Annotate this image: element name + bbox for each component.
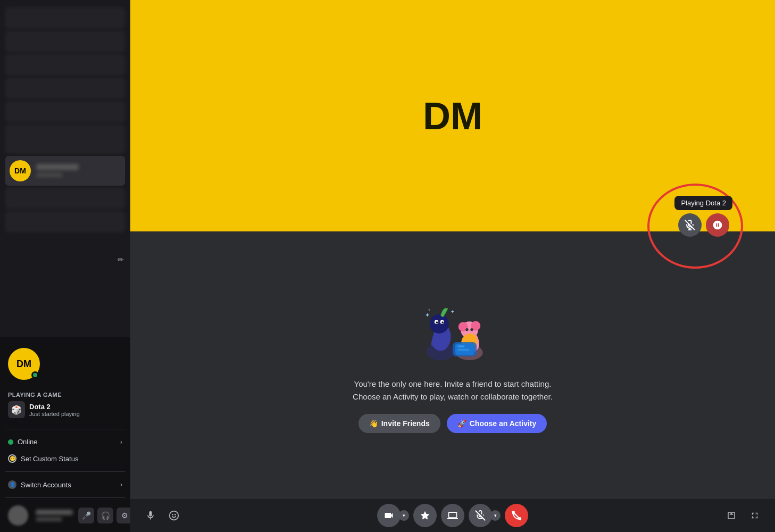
dm-avatar: DM bbox=[10, 160, 31, 181]
custom-status-icon: 😶 bbox=[8, 454, 16, 463]
sidebar-item bbox=[5, 124, 125, 154]
action-active-btn[interactable] bbox=[706, 213, 729, 237]
user-avatar-large: DM bbox=[8, 348, 40, 380]
game-row: 🎲 Dota 2 Just started playing bbox=[8, 401, 122, 418]
account-icon: 👤 bbox=[8, 480, 16, 489]
noise-cancellation-btn[interactable] bbox=[141, 506, 160, 525]
choose-activity-button[interactable]: 🚀 Choose an Activity bbox=[447, 414, 547, 433]
sidebar-item-name bbox=[36, 164, 79, 170]
svg-point-7 bbox=[436, 321, 438, 323]
camera-group: ▾ bbox=[377, 504, 409, 527]
sidebar-item-sub bbox=[36, 172, 63, 178]
sidebar-item bbox=[5, 188, 125, 209]
chevron-right-icon: › bbox=[120, 438, 122, 446]
bottom-toolbar: ▾ ▾ bbox=[130, 499, 775, 532]
sidebar-item bbox=[5, 78, 125, 99]
friends-illustration: ✦ ✦ ✧ bbox=[405, 298, 501, 367]
switch-accounts-row[interactable]: 👤 Switch Accounts › bbox=[5, 476, 125, 493]
online-status-dot bbox=[31, 371, 39, 379]
main-content: DM Playing Dota 2 bbox=[130, 0, 775, 532]
emoji-btn[interactable] bbox=[164, 506, 184, 525]
sidebar-item bbox=[5, 211, 125, 232]
sidebar-item bbox=[5, 101, 125, 122]
switch-left: 👤 Switch Accounts bbox=[8, 480, 71, 489]
svg-point-8 bbox=[441, 321, 444, 323]
svg-point-23 bbox=[172, 514, 173, 516]
sidebar-top: DM bbox=[0, 0, 130, 337]
playing-game-section: Playing a game 🎲 Dota 2 Just started pla… bbox=[5, 388, 125, 425]
chat-area: ✦ ✦ ✧ You're the only o bbox=[130, 231, 775, 499]
custom-status-row[interactable]: 😶 Set Custom Status bbox=[5, 450, 125, 467]
svg-point-16 bbox=[465, 328, 468, 330]
camera-btn[interactable] bbox=[377, 504, 401, 527]
svg-point-24 bbox=[174, 514, 176, 516]
switch-accounts-chevron: › bbox=[120, 481, 122, 488]
empty-state-text: You're the only one here. Invite a frien… bbox=[353, 378, 553, 403]
status-left: Online bbox=[8, 438, 38, 446]
invite-icon: 👋 bbox=[369, 419, 378, 428]
sidebar-item bbox=[5, 7, 125, 29]
svg-point-4 bbox=[430, 314, 449, 333]
footer-avatar bbox=[8, 505, 28, 526]
mute-toolbar-btn[interactable] bbox=[469, 504, 492, 527]
online-status-text: Online bbox=[18, 438, 38, 446]
mute-group: ▾ bbox=[469, 504, 501, 527]
svg-text:✦: ✦ bbox=[425, 312, 430, 318]
sidebar-user-panel: DM Playing a game 🎲 Dota 2 Just started … bbox=[0, 337, 130, 532]
end-call-btn[interactable] bbox=[505, 504, 528, 527]
toolbar-left-buttons bbox=[141, 506, 184, 525]
action-buttons bbox=[674, 213, 732, 237]
sidebar-item-dm-active[interactable]: DM bbox=[5, 156, 125, 186]
svg-text:✦: ✦ bbox=[451, 309, 455, 314]
svg-rect-20 bbox=[457, 345, 465, 347]
popout-btn[interactable] bbox=[722, 506, 741, 525]
game-title: Dota 2 bbox=[29, 403, 80, 411]
sidebar-item bbox=[5, 31, 125, 52]
svg-point-22 bbox=[170, 511, 179, 520]
video-user-label: DM bbox=[423, 94, 482, 138]
playing-tooltip: Playing Dota 2 bbox=[674, 196, 732, 210]
divider-3 bbox=[5, 497, 125, 498]
footer-icons: 🎤 🎧 ⚙ bbox=[78, 508, 132, 523]
playing-label: Playing a game bbox=[8, 392, 122, 398]
cta-buttons: 👋 Invite Friends 🚀 Choose an Activity bbox=[359, 414, 547, 433]
switch-accounts-text: Switch Accounts bbox=[21, 481, 71, 489]
sidebar-item bbox=[5, 54, 125, 76]
svg-text:✧: ✧ bbox=[428, 307, 431, 312]
action-mute-btn[interactable] bbox=[678, 213, 702, 237]
svg-point-17 bbox=[470, 328, 473, 330]
sidebar: DM ✏ DM Playing a game 🎲 Dota 2 bbox=[0, 0, 130, 532]
online-status-row[interactable]: Online › bbox=[5, 434, 125, 450]
invite-friends-button[interactable]: 👋 Invite Friends bbox=[359, 414, 440, 433]
toolbar-right-buttons bbox=[722, 506, 764, 525]
screen-share-btn[interactable] bbox=[441, 504, 464, 527]
sidebar-footer-user: 🎤 🎧 ⚙ bbox=[5, 502, 125, 526]
edit-icon[interactable]: ✏ bbox=[118, 255, 124, 264]
user-avatar-section: DM bbox=[5, 344, 125, 388]
game-info: Dota 2 Just started playing bbox=[29, 403, 80, 417]
action-overlay: Playing Dota 2 bbox=[674, 196, 732, 237]
custom-status-text: Set Custom Status bbox=[21, 455, 78, 463]
svg-rect-21 bbox=[457, 348, 470, 351]
activity-icon: 🚀 bbox=[457, 419, 466, 428]
online-dot bbox=[8, 439, 13, 445]
divider bbox=[5, 429, 125, 429]
game-icon: 🎲 bbox=[8, 401, 25, 418]
game-status: Just started playing bbox=[29, 411, 80, 417]
mute-btn[interactable]: 🎤 bbox=[78, 508, 94, 523]
activity-toolbar-btn[interactable] bbox=[413, 504, 437, 527]
video-area: DM Playing Dota 2 bbox=[130, 0, 775, 231]
fullscreen-btn[interactable] bbox=[745, 506, 764, 525]
divider-2 bbox=[5, 471, 125, 472]
deafen-btn[interactable]: 🎧 bbox=[97, 508, 113, 523]
